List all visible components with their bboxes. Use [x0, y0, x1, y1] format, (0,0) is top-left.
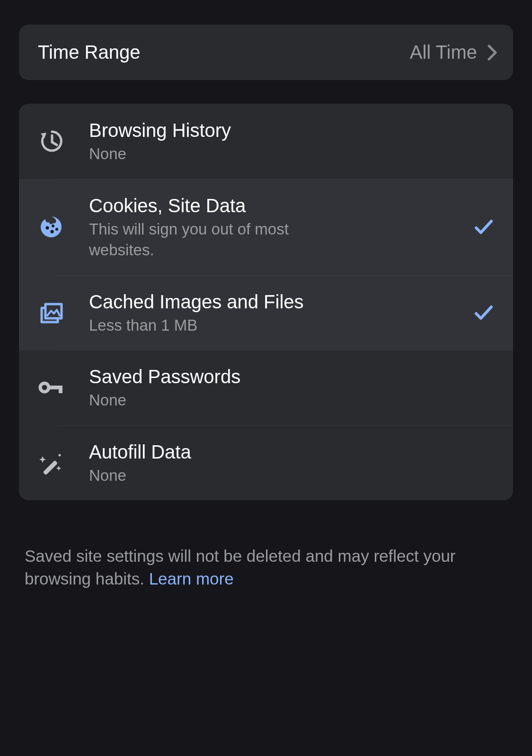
- item-subtitle: None: [89, 144, 354, 165]
- item-title: Cookies, Site Data: [89, 193, 464, 218]
- svg-point-13: [59, 454, 61, 457]
- checkmark-icon: [473, 302, 494, 323]
- svg-point-9: [40, 383, 49, 392]
- checkmark-icon: [473, 216, 494, 237]
- svg-point-5: [51, 230, 54, 234]
- item-title: Saved Passwords: [89, 364, 494, 389]
- cookie-icon: [38, 214, 64, 240]
- svg-rect-11: [59, 386, 62, 393]
- item-subtitle: None: [89, 465, 354, 486]
- item-subtitle: None: [89, 390, 354, 411]
- item-passwords[interactable]: Saved Passwords None: [19, 350, 513, 425]
- svg-point-3: [46, 226, 49, 230]
- time-range-value: All Time: [410, 42, 477, 63]
- clear-data-items: Browsing History None Cookies, Site Data…: [19, 104, 513, 500]
- time-range-row[interactable]: Time Range All Time: [19, 25, 513, 80]
- history-icon: [38, 128, 64, 154]
- footer-note: Saved site settings will not be deleted …: [19, 545, 513, 590]
- chevron-right-icon: [488, 45, 497, 61]
- magic-wand-icon: [38, 450, 64, 476]
- key-icon: [38, 374, 64, 401]
- item-subtitle: This will sign you out of most websites.: [89, 219, 354, 261]
- svg-point-4: [52, 225, 54, 227]
- learn-more-link[interactable]: Learn more: [149, 569, 234, 588]
- item-browsing-history[interactable]: Browsing History None: [19, 104, 513, 179]
- time-range-value-group: All Time: [410, 42, 497, 63]
- footer-text: Saved site settings will not be deleted …: [25, 547, 456, 587]
- item-cookies[interactable]: Cookies, Site Data This will sign you ou…: [19, 179, 513, 275]
- item-autofill[interactable]: Autofill Data None: [19, 425, 513, 501]
- svg-point-6: [55, 228, 58, 231]
- item-title: Autofill Data: [89, 440, 494, 464]
- svg-rect-12: [43, 460, 58, 475]
- item-subtitle: Less than 1 MB: [89, 315, 354, 336]
- item-title: Cached Images and Files: [89, 289, 464, 314]
- svg-line-2: [52, 142, 57, 145]
- time-range-label: Time Range: [38, 42, 140, 63]
- item-cached[interactable]: Cached Images and Files Less than 1 MB: [19, 275, 513, 351]
- item-title: Browsing History: [89, 118, 494, 143]
- cached-images-icon: [38, 299, 64, 326]
